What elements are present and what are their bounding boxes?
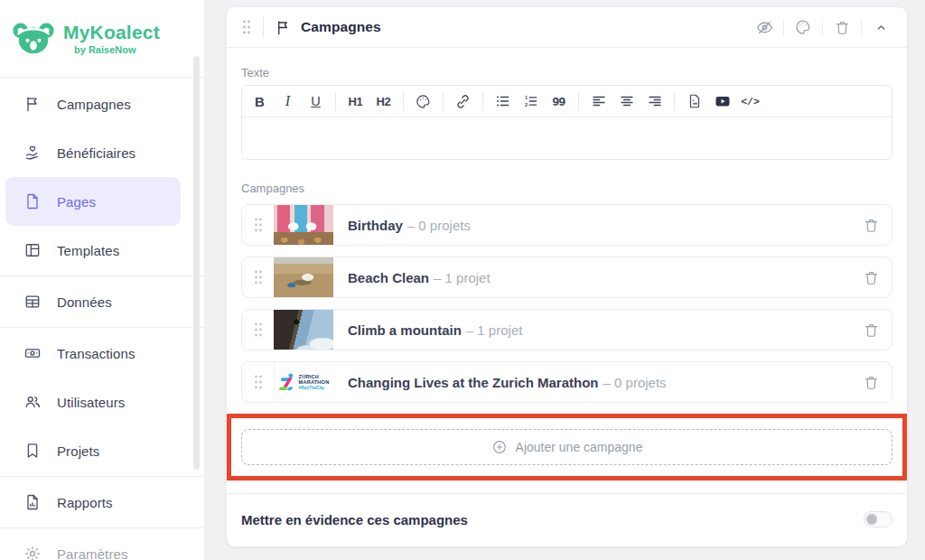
trash-icon[interactable] bbox=[859, 318, 883, 341]
users-icon bbox=[23, 393, 42, 411]
sidebar-item-label: Bénéficiaires bbox=[57, 145, 135, 161]
sidebar-item-label: Utilisateurs bbox=[57, 395, 125, 410]
editor-toolbar: B I U H1 H2 bbox=[242, 86, 892, 117]
sidebar-item-label: Campagnes bbox=[57, 97, 131, 112]
sidebar-scrollbar[interactable] bbox=[193, 56, 200, 470]
highlight-setting-label: Mettre en évidence ces campagnes bbox=[241, 512, 468, 527]
drag-handle-icon[interactable] bbox=[242, 217, 274, 233]
campaign-project-count: – 0 projets bbox=[603, 375, 667, 390]
flag-icon bbox=[275, 19, 292, 36]
sidebar-divider bbox=[0, 327, 204, 328]
sidebar-divider bbox=[0, 476, 204, 477]
align-center-icon[interactable] bbox=[612, 89, 640, 115]
sidebar: MyKoalect by RaiseNow Campagnes Bénéfici… bbox=[0, 0, 204, 560]
code-icon[interactable]: </> bbox=[736, 89, 764, 115]
sidebar-item-campagnes[interactable]: Campagnes bbox=[5, 79, 181, 128]
sidebar-item-templates[interactable]: Templates bbox=[5, 226, 181, 275]
brand-logo: MyKoalect by RaiseNow bbox=[0, 0, 204, 77]
add-campaign-label: Ajouter une campagne bbox=[516, 440, 643, 454]
sidebar-divider bbox=[0, 275, 204, 276]
app-screen: MyKoalect by RaiseNow Campagnes Bénéfici… bbox=[0, 0, 925, 560]
campaign-thumbnail bbox=[274, 257, 333, 297]
sidebar-divider bbox=[0, 527, 204, 528]
chevron-up-icon[interactable] bbox=[869, 15, 892, 39]
flag-icon bbox=[23, 95, 42, 113]
drag-handle-icon[interactable] bbox=[242, 322, 274, 338]
underline-button[interactable]: U bbox=[302, 89, 330, 115]
text-color-palette-icon[interactable] bbox=[409, 89, 437, 115]
report-icon bbox=[23, 493, 42, 511]
toolbar-separator bbox=[403, 92, 404, 111]
drag-handle-icon[interactable] bbox=[242, 269, 274, 285]
brand-tagline: by RaiseNow bbox=[74, 44, 160, 55]
sidebar-item-rapports[interactable]: Rapports bbox=[5, 478, 181, 527]
sidebar-item-label: Rapports bbox=[57, 495, 113, 510]
toggle-knob bbox=[866, 514, 877, 525]
toolbar-separator bbox=[335, 92, 336, 111]
sidebar-item-transactions[interactable]: Transactions bbox=[5, 329, 181, 378]
block-header: Campagnes bbox=[227, 7, 907, 48]
hand-heart-icon bbox=[23, 144, 42, 162]
eye-off-icon[interactable] bbox=[752, 15, 776, 39]
header-separator bbox=[263, 17, 264, 37]
gear-icon bbox=[23, 545, 42, 560]
editor-content-area[interactable] bbox=[242, 117, 892, 159]
youtube-icon[interactable] bbox=[708, 89, 736, 115]
sidebar-item-parametres[interactable]: Paramètres bbox=[5, 529, 181, 560]
bullet-list-icon[interactable] bbox=[489, 89, 517, 115]
ordered-list-icon[interactable]: 12 bbox=[517, 89, 545, 115]
campaign-row[interactable]: Beach Clean – 1 projet bbox=[241, 257, 892, 298]
campaign-project-count: – 1 projet bbox=[434, 270, 491, 285]
header-icon-separator bbox=[861, 19, 862, 35]
bold-button[interactable]: B bbox=[246, 89, 274, 115]
highlight-toggle[interactable] bbox=[864, 511, 892, 527]
sidebar-nav: Campagnes Bénéficiaires Pages Templates bbox=[0, 78, 204, 560]
toolbar-separator bbox=[443, 92, 444, 111]
sidebar-item-utilisateurs[interactable]: Utilisateurs bbox=[5, 378, 181, 426]
sidebar-item-projets[interactable]: Projets bbox=[5, 426, 181, 475]
trash-icon[interactable] bbox=[830, 15, 854, 39]
drag-handle-icon[interactable] bbox=[242, 374, 274, 390]
sidebar-item-pages[interactable]: Pages bbox=[5, 177, 181, 226]
sidebar-item-label: Projets bbox=[57, 443, 99, 459]
sidebar-item-beneficiaires[interactable]: Bénéficiaires bbox=[5, 128, 181, 177]
heading2-button[interactable]: H2 bbox=[369, 89, 397, 115]
align-right-icon[interactable] bbox=[640, 89, 668, 115]
insert-image-icon[interactable] bbox=[680, 89, 708, 115]
trash-icon[interactable] bbox=[859, 370, 883, 394]
trash-icon[interactable] bbox=[859, 266, 883, 289]
layout-icon bbox=[23, 241, 42, 259]
trash-icon[interactable] bbox=[859, 213, 883, 237]
plus-circle-icon bbox=[491, 439, 508, 455]
banknote-icon bbox=[23, 344, 42, 362]
sidebar-item-label: Templates bbox=[57, 243, 119, 258]
palette-icon[interactable] bbox=[791, 15, 815, 39]
campaign-row[interactable]: Birthday – 0 projets bbox=[241, 204, 892, 246]
svg-text:1: 1 bbox=[524, 95, 527, 100]
campaign-row[interactable]: ZÜRICH MARATHON #RunTheCity Changing Liv… bbox=[241, 361, 892, 403]
highlight-setting-row: Mettre en évidence ces campagnes bbox=[241, 494, 892, 545]
italic-button[interactable]: I bbox=[274, 89, 302, 115]
align-left-icon[interactable] bbox=[584, 89, 612, 115]
campaign-project-count: – 1 projet bbox=[466, 322, 523, 338]
zurich-logo-tag: #RunTheCity bbox=[299, 386, 330, 390]
campagnes-block-card: Campagnes Texte bbox=[227, 7, 907, 546]
blockquote-button[interactable]: 99 bbox=[545, 89, 573, 115]
heading1-button[interactable]: H1 bbox=[341, 89, 369, 115]
koala-icon bbox=[12, 19, 55, 59]
zurich-logo-line2: MARATHON bbox=[299, 379, 330, 385]
link-icon[interactable] bbox=[449, 89, 477, 115]
add-campaign-button[interactable]: Ajouter une campagne bbox=[241, 429, 892, 465]
annotation-highlight-rectangle: Ajouter une campagne bbox=[227, 414, 907, 481]
campaign-row[interactable]: Climb a mountain – 1 projet bbox=[241, 309, 892, 350]
campaign-title: Changing Lives at the Zurich Marathon bbox=[348, 375, 599, 390]
sidebar-item-label: Pages bbox=[57, 194, 96, 210]
block-title: Campagnes bbox=[301, 19, 381, 35]
brand-name: MyKoalect bbox=[63, 22, 160, 43]
campaign-title: Birthday bbox=[348, 218, 403, 233]
header-icon-separator bbox=[783, 19, 784, 35]
sidebar-item-label: Paramètres bbox=[57, 546, 128, 560]
drag-handle-icon[interactable] bbox=[241, 19, 252, 35]
sidebar-item-donnees[interactable]: Données bbox=[5, 277, 181, 326]
rich-text-editor: B I U H1 H2 bbox=[241, 85, 892, 160]
